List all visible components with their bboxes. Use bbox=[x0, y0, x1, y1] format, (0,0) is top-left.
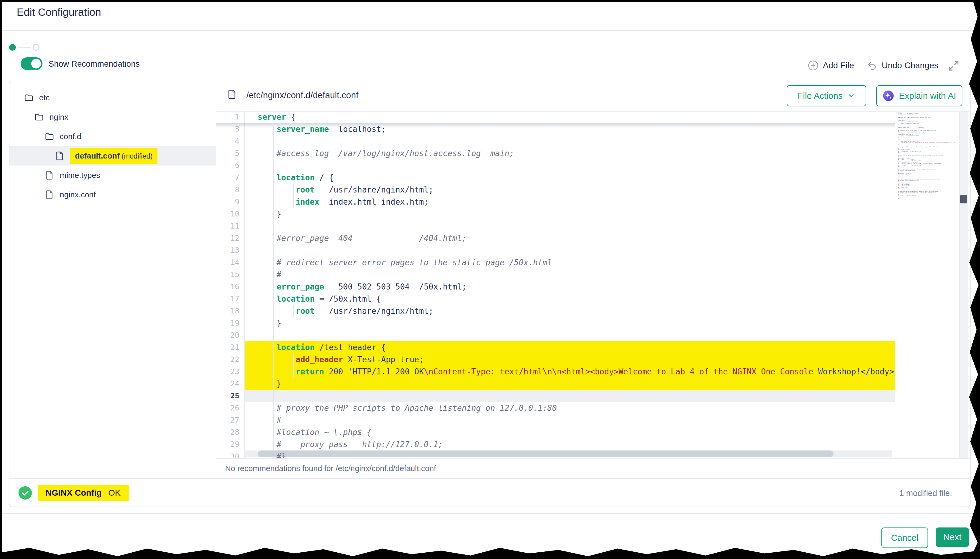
line-number: 1 bbox=[216, 111, 244, 123]
code-line-20[interactable]: 20 bbox=[216, 329, 895, 341]
file-icon bbox=[45, 170, 54, 180]
modified-files-count: 1 modified file. bbox=[865, 489, 952, 498]
code-text: root /usr/share/nginx/html; bbox=[244, 184, 895, 196]
code-text bbox=[244, 135, 895, 147]
code-line-30[interactable]: 30 #} bbox=[216, 450, 895, 458]
line-number: 14 bbox=[216, 256, 244, 269]
code-line-11[interactable]: 11 bbox=[216, 220, 895, 232]
code-line-19[interactable]: 19 } bbox=[216, 317, 895, 329]
expand-button[interactable] bbox=[948, 60, 959, 71]
code-text: server { bbox=[244, 111, 895, 123]
file-icon bbox=[45, 190, 54, 200]
code-text: #access_log /var/log/nginx/host.access.l… bbox=[244, 147, 895, 159]
code-line-14[interactable]: 14 # redirect server error pages to the … bbox=[216, 256, 895, 269]
tree-item-label: mime.types bbox=[60, 171, 100, 180]
code-text bbox=[244, 220, 895, 232]
screenshot-border bbox=[0, 0, 2, 559]
code-text: location = /50x.html { bbox=[244, 293, 895, 305]
tree-item-mime-types[interactable]: mime.types bbox=[9, 165, 216, 185]
code-line-16[interactable]: 16 error_page 500 502 503 504 /50x.html; bbox=[216, 281, 895, 293]
line-number: 30 bbox=[216, 450, 244, 458]
tree-item-label: nginx bbox=[50, 112, 68, 122]
code-line-23[interactable]: 23 return 200 'HTTP/1.1 200 OK\nContent-… bbox=[216, 366, 895, 378]
step-indicator-1[interactable] bbox=[9, 44, 16, 51]
code-text: # bbox=[244, 269, 895, 281]
minimap-code: server { listen 80 default_server; serve… bbox=[895, 112, 956, 201]
code-line-4[interactable]: 4 bbox=[216, 135, 895, 147]
code-line-5[interactable]: 5 #access_log /var/log/nginx/host.access… bbox=[216, 147, 895, 159]
undo-changes-button[interactable]: Undo Changes bbox=[867, 59, 939, 72]
code-text: } bbox=[244, 378, 895, 390]
step-indicator-2[interactable] bbox=[33, 44, 40, 51]
screenshot-border bbox=[0, 0, 980, 2]
divider bbox=[0, 513, 980, 514]
code-line-6[interactable]: 6 bbox=[216, 159, 895, 172]
line-number: 10 bbox=[216, 208, 244, 220]
code-line-21[interactable]: 21 location /test_header { bbox=[216, 341, 895, 354]
tree-item-nginx[interactable]: nginx bbox=[9, 108, 216, 127]
code-line-10[interactable]: 10 } bbox=[216, 208, 895, 220]
code-line-25[interactable]: 25 bbox=[216, 390, 895, 402]
code-text: # proxy the PHP scripts to Apache listen… bbox=[244, 402, 895, 414]
minimap[interactable]: server { listen 80 default_server; serve… bbox=[895, 112, 956, 324]
tree-item-label: nginx.conf bbox=[60, 190, 96, 200]
code-text bbox=[244, 244, 895, 256]
toggle-knob bbox=[31, 59, 41, 68]
show-recommendations-toggle[interactable] bbox=[21, 57, 43, 70]
code-line-29[interactable]: 29 # proxy_pass http://127.0.0.1; bbox=[216, 438, 895, 450]
line-number: 27 bbox=[216, 414, 244, 426]
vertical-scrollbar[interactable] bbox=[959, 112, 968, 458]
folder-icon bbox=[24, 93, 34, 103]
code-line-18[interactable]: 18 root /usr/share/nginx/html; bbox=[216, 305, 895, 317]
code-line-24[interactable]: 24 } bbox=[216, 378, 895, 390]
code-line-17[interactable]: 17 location = /50x.html { bbox=[216, 293, 895, 305]
sticky-line-shadow bbox=[216, 123, 895, 128]
tree-item-default-conf[interactable]: default.conf (modified) bbox=[9, 146, 216, 165]
vertical-scrollbar-thumb[interactable] bbox=[960, 195, 967, 203]
tree-item-nginx-conf[interactable]: nginx.conf bbox=[9, 185, 216, 204]
file-actions-button[interactable]: File Actions bbox=[787, 85, 866, 106]
code-text: #location ~ \.php$ { bbox=[244, 426, 895, 438]
code-line-1[interactable]: 1server { bbox=[216, 111, 895, 123]
tree-item-conf-d[interactable]: conf.d bbox=[9, 127, 216, 146]
add-file-label: Add File bbox=[823, 61, 854, 70]
code-text: index index.html index.htm; bbox=[244, 196, 895, 208]
code-editor[interactable]: 1server {3 server_name localhost;45 #acc… bbox=[216, 111, 895, 458]
code-line-22[interactable]: 22 add_header X-Test-App true; bbox=[216, 354, 895, 366]
line-number: 15 bbox=[216, 269, 244, 281]
code-line-13[interactable]: 13 bbox=[216, 244, 895, 256]
modified-tag: (modified) bbox=[119, 152, 153, 160]
line-number: 18 bbox=[216, 305, 244, 317]
tree-item-label: etc bbox=[39, 93, 50, 103]
show-recommendations-label: Show Recommendations bbox=[48, 60, 139, 69]
folder-icon bbox=[34, 112, 44, 122]
indent-guide bbox=[293, 184, 294, 208]
next-button[interactable]: Next bbox=[936, 528, 969, 547]
add-file-button[interactable]: Add File bbox=[808, 59, 854, 72]
code-line-26[interactable]: 26 # proxy the PHP scripts to Apache lis… bbox=[216, 402, 895, 414]
code-line-9[interactable]: 9 index index.html index.htm; bbox=[216, 196, 895, 208]
explain-with-ai-label: Explain with AI bbox=[899, 91, 956, 101]
code-line-28[interactable]: 28 #location ~ \.php$ { bbox=[216, 426, 895, 438]
code-line-8[interactable]: 8 root /usr/share/nginx/html; bbox=[216, 184, 895, 196]
cancel-button[interactable]: Cancel bbox=[881, 528, 928, 548]
plus-circle-icon bbox=[808, 60, 819, 71]
code-line-27[interactable]: 27 # bbox=[216, 414, 895, 426]
line-number: 25 bbox=[216, 390, 244, 402]
screenshot-border bbox=[0, 545, 980, 559]
line-number: 5 bbox=[216, 147, 244, 159]
nginx-config-status-badge: NGINX Config OK bbox=[38, 485, 129, 501]
folder-icon bbox=[45, 132, 54, 141]
code-line-15[interactable]: 15 # bbox=[216, 269, 895, 281]
indent-guide bbox=[293, 305, 294, 317]
line-number: 6 bbox=[216, 159, 244, 172]
ai-sparkle-icon bbox=[882, 90, 894, 102]
file-icon bbox=[227, 89, 237, 101]
file-actions-label: File Actions bbox=[798, 91, 842, 101]
code-text bbox=[244, 329, 895, 341]
code-line-7[interactable]: 7 location / { bbox=[216, 172, 895, 184]
explain-with-ai-button[interactable]: Explain with AI bbox=[876, 85, 962, 106]
code-line-12[interactable]: 12 #error_page 404 /404.html; bbox=[216, 232, 895, 244]
undo-icon bbox=[867, 60, 877, 71]
tree-item-etc[interactable]: etc bbox=[9, 88, 216, 108]
